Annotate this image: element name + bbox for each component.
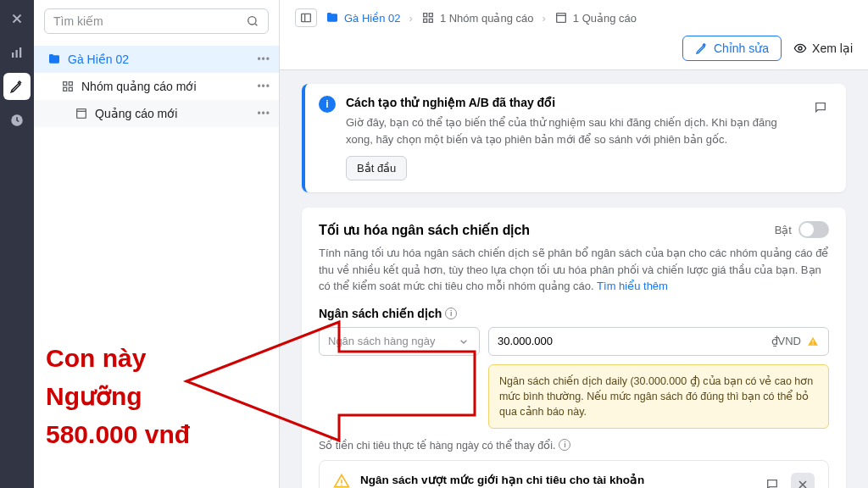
info-title: Cách tạo thử nghiệm A/B đã thay đổi — [346, 96, 798, 109]
more-icon[interactable]: ••• — [257, 53, 270, 65]
content: i Cách tạo thử nghiệm A/B đã thay đổi Gi… — [280, 70, 868, 488]
svg-rect-14 — [429, 19, 432, 22]
svg-rect-11 — [424, 14, 427, 17]
svg-rect-6 — [69, 82, 72, 86]
close-card-button[interactable] — [791, 473, 815, 488]
chevron-right-icon: › — [409, 12, 413, 25]
left-rail — [0, 0, 34, 488]
info-text: Giờ đây, bạn có thể tạo biến thể của thử… — [346, 114, 798, 147]
learn-more-link[interactable]: Tìm hiểu thêm — [597, 280, 668, 292]
limit-card: Ngân sách vượt mức giới hạn chi tiêu cho… — [319, 460, 829, 488]
limit-title: Ngân sách vượt mức giới hạn chi tiêu cho… — [360, 473, 750, 486]
svg-rect-15 — [557, 14, 566, 23]
search-icon — [246, 14, 259, 28]
warning-icon — [333, 473, 350, 488]
svg-rect-12 — [429, 14, 432, 17]
chart-icon[interactable] — [3, 39, 31, 66]
start-button[interactable]: Bắt đầu — [346, 156, 407, 180]
ad-icon — [554, 11, 568, 25]
feedback-icon[interactable] — [809, 96, 832, 119]
tree-adset[interactable]: Nhóm quảng cáo mới ••• — [34, 73, 279, 100]
info-dot-icon[interactable]: i — [445, 308, 457, 319]
main: Gà Hiền 02 › 1 Nhóm quảng cáo › 1 Quảng … — [280, 0, 868, 488]
svg-rect-1 — [16, 50, 18, 58]
pencil-icon — [695, 42, 709, 55]
topbar: Gà Hiền 02 › 1 Nhóm quảng cáo › 1 Quảng … — [280, 0, 868, 70]
more-icon[interactable]: ••• — [257, 108, 270, 119]
eye-icon — [793, 42, 807, 55]
review-button[interactable]: Xem lại — [793, 42, 853, 55]
budget-type-select[interactable]: Ngân sách hàng ngày — [319, 327, 480, 356]
edit-button[interactable]: Chỉnh sửa — [682, 36, 782, 61]
info-card: i Cách tạo thử nghiệm A/B đã thay đổi Gi… — [302, 84, 846, 192]
svg-rect-7 — [64, 87, 67, 91]
svg-rect-0 — [12, 53, 14, 58]
section-title: Tối ưu hóa ngân sách chiến dịch — [319, 222, 530, 238]
breadcrumb: Gà Hiền 02 › 1 Nhóm quảng cáo › 1 Quảng … — [295, 8, 853, 27]
tree-campaign-label: Gà Hiền 02 — [68, 53, 129, 66]
chevron-down-icon — [457, 335, 470, 348]
sidebar: Gà Hiền 02 ••• Nhóm quảng cáo mới ••• Qu… — [34, 0, 280, 488]
info-dot-icon[interactable]: i — [559, 439, 570, 451]
tree-adset-label: Nhóm quảng cáo mới — [81, 80, 197, 93]
sidebar-toggle-icon[interactable] — [295, 8, 317, 27]
field-label: Ngân sách chiến dịch i — [319, 307, 829, 320]
warning-icon — [806, 335, 820, 348]
svg-rect-5 — [64, 82, 67, 86]
feedback-icon[interactable] — [760, 473, 784, 488]
close-icon[interactable] — [3, 5, 31, 32]
budget-hint: Số tiền chi tiêu thực tế hàng ngày có th… — [319, 439, 829, 452]
currency-label: VND — [778, 335, 801, 347]
search-input[interactable] — [53, 14, 239, 28]
budget-section: Tối ưu hóa ngân sách chiến dịch Bật Tính… — [302, 208, 846, 488]
svg-rect-13 — [424, 19, 427, 22]
grid-icon — [61, 80, 75, 93]
svg-rect-10 — [302, 14, 311, 21]
svg-rect-9 — [77, 109, 86, 119]
grid-icon — [421, 11, 435, 25]
pencil-icon[interactable] — [3, 73, 31, 100]
breadcrumb-ad[interactable]: 1 Quảng cáo — [554, 11, 637, 25]
toggle-label: Bật — [775, 224, 792, 236]
tree-ad[interactable]: Quảng cáo mới ••• — [34, 100, 279, 127]
svg-rect-8 — [69, 87, 72, 91]
folder-icon — [326, 11, 339, 25]
budget-amount-input[interactable]: ₫ VND — [488, 327, 829, 356]
svg-point-16 — [798, 47, 802, 50]
budget-toggle[interactable] — [798, 221, 829, 238]
breadcrumb-campaign[interactable]: Gà Hiền 02 — [326, 11, 401, 25]
clock-icon[interactable] — [3, 107, 31, 134]
chevron-right-icon: › — [542, 12, 546, 25]
search-box[interactable] — [44, 8, 269, 34]
budget-warning-box: Ngân sách chiến dịch daily (30.000.000 ₫… — [488, 364, 829, 429]
more-icon[interactable]: ••• — [257, 80, 270, 92]
info-icon: i — [319, 96, 336, 113]
budget-amount-field[interactable] — [498, 335, 771, 347]
folder-icon — [47, 53, 61, 66]
tree-ad-label: Quảng cáo mới — [95, 107, 177, 120]
section-desc: Tính năng tối ưu hóa ngân sách chiến dịc… — [319, 245, 829, 295]
tree-campaign[interactable]: Gà Hiền 02 ••• — [34, 46, 279, 73]
svg-rect-2 — [19, 47, 21, 58]
svg-point-4 — [248, 17, 256, 25]
ad-icon — [75, 107, 88, 120]
breadcrumb-adset[interactable]: 1 Nhóm quảng cáo — [421, 11, 534, 25]
tree: Gà Hiền 02 ••• Nhóm quảng cáo mới ••• Qu… — [34, 42, 279, 130]
